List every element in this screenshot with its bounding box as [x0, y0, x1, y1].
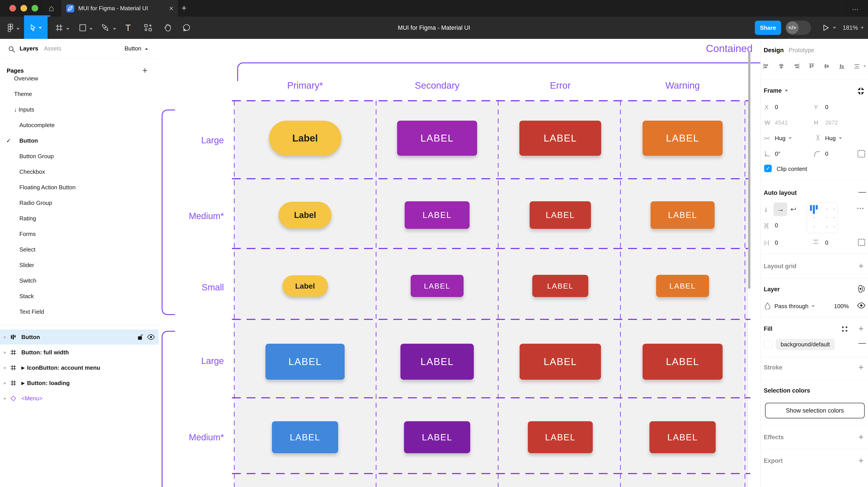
component-selector-chevron-icon[interactable] — [145, 48, 148, 50]
frame-tool-button[interactable] — [53, 17, 65, 39]
independent-corners-icon[interactable] — [858, 150, 865, 158]
sidebar-page-forms[interactable]: Forms — [0, 227, 158, 241]
clip-content-checkbox[interactable]: ✓ — [764, 165, 772, 172]
sidebar-page-overview[interactable]: Overview — [0, 71, 158, 86]
expand-chevron-icon[interactable]: ▸ — [2, 365, 8, 370]
padding-horizontal-value[interactable]: 0 — [775, 239, 778, 246]
specimen-button-r2-c3[interactable]: LABEL — [530, 201, 591, 229]
tab-design[interactable]: Design — [764, 47, 784, 54]
specimen-button-r5-c1[interactable]: LABEL — [272, 421, 338, 453]
specimen-button-r5-c3[interactable]: LABEL — [528, 421, 593, 453]
add-effect-button[interactable]: + — [859, 432, 864, 442]
comment-tool-button[interactable] — [180, 17, 193, 39]
specimen-button-r1-c3[interactable]: LABEL — [519, 121, 601, 156]
align-bottom-icon[interactable] — [838, 63, 845, 69]
sidebar-page-radio-group[interactable]: Radio Group — [0, 196, 158, 210]
blend-mode-select[interactable]: Pass through — [774, 303, 815, 310]
file-tab[interactable]: MUI for Figma - Material UI × — [61, 0, 178, 17]
pen-tool-button[interactable] — [99, 17, 112, 39]
shape-tool-button[interactable] — [76, 17, 89, 39]
present-button[interactable] — [823, 17, 836, 39]
auto-layout-alignment-grid[interactable] — [807, 202, 837, 233]
align-left-icon[interactable] — [763, 63, 770, 69]
specimen-button-r4-c4[interactable]: LABEL — [643, 344, 722, 380]
specimen-button-r2-c4[interactable]: LABEL — [651, 201, 715, 229]
expand-chevron-icon[interactable]: ▸ — [2, 350, 8, 355]
expand-chevron-icon[interactable]: ▸ — [2, 395, 8, 401]
specimen-button-r2-c2[interactable]: LABEL — [405, 201, 470, 229]
tab-close-icon[interactable]: × — [169, 4, 174, 13]
sidebar-page-slider[interactable]: Slider — [0, 258, 158, 272]
specimen-button-r1-c4[interactable]: LABEL — [643, 121, 722, 156]
fill-styles-icon[interactable] — [842, 326, 847, 332]
window-overflow-menu[interactable]: ⋯ — [852, 5, 860, 13]
layer-row-2[interactable]: ▸▶IconButton: account menu — [0, 360, 158, 375]
h-value[interactable]: 2672 — [825, 119, 838, 126]
window-close-button[interactable] — [9, 5, 16, 11]
sidebar-page-floating-action-button[interactable]: Floating Action Button — [0, 180, 158, 195]
specimen-button-r1-c2[interactable]: LABEL — [397, 121, 477, 156]
tab-layers[interactable]: Layers — [20, 45, 38, 52]
window-minimize-button[interactable] — [21, 5, 27, 11]
specimen-button-r4-c2[interactable]: LABEL — [400, 344, 474, 380]
sidebar-page-stack[interactable]: Stack — [0, 289, 158, 303]
tab-assets[interactable]: Assets — [44, 45, 61, 52]
auto-layout-down-button[interactable]: ↓ — [764, 205, 768, 213]
unlock-icon[interactable] — [137, 334, 143, 340]
align-top-icon[interactable] — [808, 63, 815, 69]
window-zoom-button[interactable] — [32, 5, 38, 11]
sidebar-page-switch[interactable]: Switch — [0, 273, 158, 288]
search-icon[interactable] — [8, 45, 16, 53]
figma-home-button[interactable]: ⌂ — [41, 0, 62, 17]
dev-mode-toggle[interactable]: </> — [785, 21, 811, 35]
specimen-button-r4-c3[interactable]: LABEL — [520, 344, 601, 380]
sidebar-page-text-field[interactable]: Text Field — [0, 304, 158, 319]
specimen-button-r5-c2[interactable]: LABEL — [404, 421, 470, 453]
canvas-scrollbar[interactable] — [748, 51, 750, 289]
auto-layout-right-button[interactable]: → — [774, 202, 787, 216]
layer-row-button-selected[interactable]: ▸Button — [0, 329, 158, 345]
blend-mode-icon[interactable] — [857, 285, 865, 293]
main-menu-chevron-icon[interactable] — [17, 27, 20, 31]
add-stroke-button[interactable]: + — [859, 363, 864, 372]
resources-tool-button[interactable] — [142, 17, 155, 39]
add-export-button[interactable]: + — [859, 456, 864, 465]
add-fill-button[interactable]: + — [859, 324, 864, 333]
share-button[interactable]: Share — [755, 21, 781, 35]
layer-row-1[interactable]: ▸Button: full width — [0, 345, 158, 360]
frame-tool-chevron-icon[interactable] — [66, 27, 69, 31]
align-vertical-center-icon[interactable] — [823, 63, 830, 69]
zoom-menu[interactable]: 181% — [843, 17, 864, 39]
eye-icon[interactable] — [147, 334, 155, 340]
new-tab-button[interactable]: + — [181, 3, 187, 13]
sidebar-page-checkbox[interactable]: Checkbox — [0, 164, 158, 179]
show-selection-colors-button[interactable]: Show selection colors — [765, 403, 865, 418]
specimen-button-r5-c4[interactable]: LABEL — [649, 421, 716, 453]
move-tool-button[interactable] — [24, 17, 48, 39]
align-horizontal-center-icon[interactable] — [778, 63, 785, 69]
specimen-button-r3-c3[interactable]: LABEL — [532, 275, 588, 297]
layer-row-3[interactable]: ▸▶Button: loading — [0, 376, 158, 391]
file-title[interactable]: MUI for Figma - Material UI — [398, 17, 470, 39]
tab-prototype[interactable]: Prototype — [788, 47, 814, 54]
corner-radius-value[interactable]: 0 — [825, 151, 828, 157]
fill-color-swatch[interactable] — [764, 340, 772, 349]
specimen-button-r2-c1[interactable]: Label — [279, 202, 332, 228]
align-right-icon[interactable] — [793, 63, 800, 69]
remove-fill-button[interactable]: — — [859, 338, 866, 347]
canvas[interactable]: Contained Primary*SecondaryErrorWarning … — [158, 39, 761, 487]
sidebar-page-button[interactable]: ✓Button — [0, 133, 158, 148]
y-value[interactable]: 0 — [825, 104, 828, 111]
collapse-icon[interactable] — [857, 87, 865, 95]
specimen-button-r4-c1[interactable]: LABEL — [266, 344, 345, 380]
opacity-value[interactable]: 100% — [834, 303, 849, 310]
specimen-button-r3-c1[interactable]: Label — [282, 275, 328, 297]
auto-layout-more-button[interactable]: ⋯ — [857, 204, 865, 213]
eye-icon[interactable] — [857, 302, 866, 309]
sidebar-page-theme[interactable]: Theme — [0, 87, 158, 101]
x-value[interactable]: 0 — [775, 104, 778, 111]
hug-vertical-select[interactable]: Hug — [825, 135, 842, 142]
sidebar-page-inputs[interactable]: ↓ Inputs — [0, 102, 158, 117]
specimen-button-r3-c4[interactable]: LABEL — [656, 275, 709, 297]
fill-token-chip[interactable]: background/default — [776, 339, 835, 350]
